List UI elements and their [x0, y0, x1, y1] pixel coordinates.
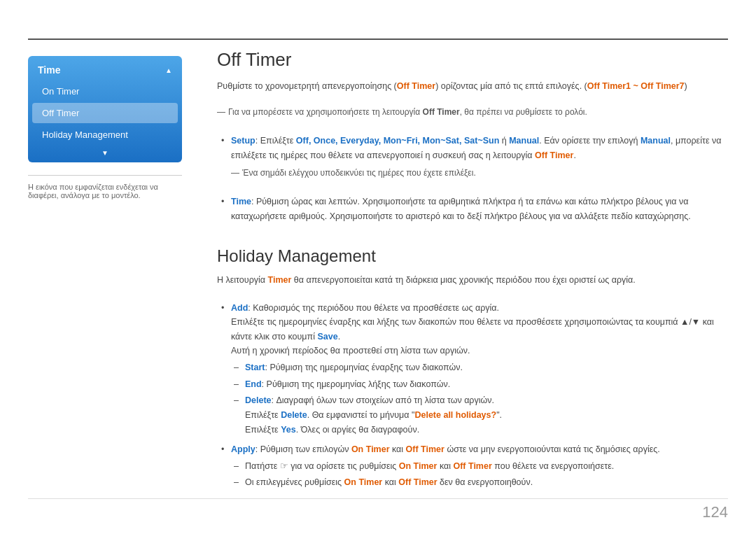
sidebar-item-on-timer[interactable]: On Timer	[32, 81, 178, 101]
holiday-sub-apply2: Οι επιλεγμένες ρυθμίσεις On Timer και Of…	[231, 475, 728, 490]
holiday-delete-detail: Επιλέξτε Delete. Θα εμφανιστεί το μήνυμα…	[231, 408, 728, 423]
off-timer-title: Off Timer	[217, 49, 728, 71]
holiday-sub-delete: Delete: Διαγραφή όλων των στοιχείων από …	[231, 393, 728, 408]
off-timer-bullet-time: Time: Ρύθμιση ώρας και λεπτών. Χρησιμοπο…	[217, 195, 728, 223]
sidebar-title: Time	[38, 64, 60, 76]
holiday-management-section: Holiday Management Η λειτουργία Timer θα…	[217, 246, 728, 491]
sidebar-item-holiday-management[interactable]: Holiday Management	[32, 125, 178, 145]
page-number: 124	[702, 503, 728, 521]
top-border	[28, 38, 728, 40]
sidebar-arrow-up-icon: ▲	[165, 66, 172, 74]
sidebar-header: Time ▲	[28, 59, 182, 80]
holiday-delete-yes: Επιλέξτε Yes. Όλες οι αργίες θα διαγραφο…	[231, 423, 728, 437]
off-timer-note2: Ένα σημάδι ελέγχου υποδεικνύει τις ημέρε…	[231, 168, 728, 178]
holiday-management-title: Holiday Management	[217, 246, 728, 266]
holiday-sub-apply1: Πατήστε ☞ για να ορίσετε τις ρυθμίσεις O…	[231, 459, 728, 474]
off-timer-section: Off Timer Ρυθμίστε το χρονομετρητή απενε…	[217, 49, 728, 224]
holiday-bullet-add: Add: Καθορισμός της περιόδου που θέλετε …	[217, 301, 728, 437]
main-content: Off Timer Ρυθμίστε το χρονομετρητή απενε…	[217, 49, 728, 499]
sidebar-arrow-down-icon: ▼	[28, 146, 182, 160]
off-timer-highlight2: Off Timer1 ~ Off Timer7	[587, 81, 685, 91]
bottom-border	[28, 498, 728, 499]
holiday-management-intro: Η λειτουργία Timer θα απενεργοποιείται κ…	[217, 273, 728, 287]
holiday-sub-end: End: Ρύθμιση της ημερομηνίας λήξης των δ…	[231, 377, 728, 392]
sidebar-item-off-timer[interactable]: Off Timer	[32, 103, 178, 123]
sidebar-menu: Time ▲ On Timer Off Timer Holiday Manage…	[28, 56, 182, 162]
holiday-bullet-apply: Apply: Ρύθμιση των επιλογών On Timer και…	[217, 442, 728, 490]
holiday-sub-start: Start: Ρύθμιση της ημερομηνίας έναρξης τ…	[231, 360, 728, 375]
off-timer-bullet-setup: Setup: Επιλέξτε Off, Once, Everyday, Mon…	[217, 134, 728, 162]
off-timer-note1: Για να μπορέσετε να χρησιμοποιήσετε τη λ…	[217, 107, 728, 117]
sidebar-note: Η εικόνα που εμφανίζεται ενδέχεται να δι…	[28, 175, 182, 199]
sidebar: Time ▲ On Timer Off Timer Holiday Manage…	[28, 56, 182, 199]
off-timer-highlight1: Off Timer	[397, 81, 435, 91]
off-timer-intro: Ρυθμίστε το χρονομετρητή απενεργοποίησης…	[217, 79, 728, 93]
